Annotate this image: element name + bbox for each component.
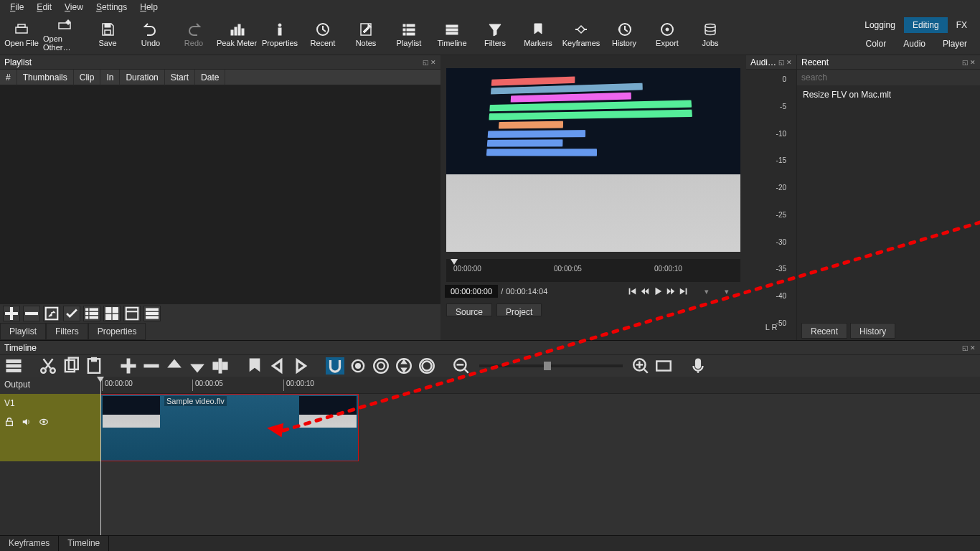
dropdown-icon[interactable]: ▾: [725, 287, 729, 296]
properties-button[interactable]: Properties: [258, 14, 301, 55]
layout-tab-color[interactable]: Color: [857, 36, 895, 52]
export-button[interactable]: Export: [646, 14, 689, 55]
menu-settings[interactable]: Settings: [90, 2, 133, 12]
prev-marker-icon[interactable]: [268, 357, 287, 375]
split-icon[interactable]: [211, 357, 230, 375]
playlist-col-duration[interactable]: Duration: [120, 70, 164, 85]
preview-playhead-icon[interactable]: [451, 259, 458, 265]
paste-icon[interactable]: [85, 357, 103, 375]
recent-search-input[interactable]: [797, 70, 980, 85]
history-button[interactable]: History: [603, 14, 646, 55]
ripple-all-icon[interactable]: [395, 357, 413, 375]
keyframes-tab[interactable]: Keyframes: [0, 536, 59, 551]
append-icon[interactable]: [119, 357, 138, 375]
menu-view[interactable]: View: [59, 2, 89, 12]
timeline-playhead[interactable]: [100, 377, 101, 535]
close-icon[interactable]: ✕: [970, 55, 976, 70]
hide-icon[interactable]: [39, 417, 49, 427]
copy-icon[interactable]: [62, 357, 80, 375]
remove-icon[interactable]: [142, 357, 161, 375]
lock-icon[interactable]: [4, 417, 14, 427]
recent-button[interactable]: Recent: [301, 14, 344, 55]
notes-button[interactable]: Notes: [344, 14, 387, 55]
close-icon[interactable]: ✕: [970, 341, 976, 355]
playlist-tb-button[interactable]: Playlist: [387, 14, 430, 55]
layout-tab-logging[interactable]: Logging: [856, 17, 904, 33]
pl-tab-filters[interactable]: Filters: [46, 323, 88, 340]
grid-icon[interactable]: [712, 286, 722, 296]
lift-icon[interactable]: [165, 357, 184, 375]
redo-button[interactable]: Redo: [172, 14, 215, 55]
close-icon[interactable]: ✕: [786, 55, 792, 70]
playlist-col-num[interactable]: #: [0, 70, 17, 85]
peak-meter-button[interactable]: Peak Meter: [215, 14, 258, 55]
recent-item[interactable]: Resize FLV on Mac.mlt: [797, 85, 980, 104]
track-header-v1[interactable]: V1: [0, 394, 100, 461]
recent-tab[interactable]: Recent: [801, 323, 847, 339]
layout-tab-fx[interactable]: FX: [948, 17, 976, 33]
check-button[interactable]: [63, 306, 80, 321]
mute-icon[interactable]: [22, 417, 32, 427]
menu-edit[interactable]: Edit: [31, 2, 57, 12]
view-compact-icon[interactable]: [143, 306, 161, 321]
layout-tab-editing[interactable]: Editing: [904, 17, 948, 33]
dropdown-icon[interactable]: ▾: [705, 287, 709, 296]
undo-button[interactable]: Undo: [129, 14, 172, 55]
update-button[interactable]: [43, 306, 60, 321]
save-button[interactable]: Save: [86, 14, 129, 55]
playlist-col-thumbnails[interactable]: Thumbnails: [17, 70, 74, 85]
zoom-out-icon[interactable]: [452, 357, 471, 375]
undock-icon[interactable]: ◱: [778, 55, 785, 70]
undock-icon[interactable]: ◱: [962, 55, 969, 70]
output-header[interactable]: Output: [0, 377, 100, 394]
timeline-tab[interactable]: Timeline: [59, 536, 109, 551]
playlist-col-date[interactable]: Date: [195, 70, 225, 85]
close-icon[interactable]: ✕: [430, 55, 436, 70]
playlist-body[interactable]: [0, 85, 440, 304]
fast-forward-icon[interactable]: [666, 286, 676, 296]
volume-icon[interactable]: [732, 286, 742, 296]
menu-icon[interactable]: [4, 357, 23, 375]
zoom-fit-icon[interactable]: [654, 357, 673, 375]
open-other-button[interactable]: Open Other…: [43, 14, 86, 55]
zoom-in-icon[interactable]: [631, 357, 650, 375]
timeline-clip[interactable]: Sample video.flv: [100, 394, 359, 461]
remove-button[interactable]: [23, 306, 40, 321]
undock-icon[interactable]: ◱: [962, 341, 969, 355]
marker-icon[interactable]: [245, 357, 264, 375]
current-time[interactable]: 00:00:00:00: [445, 285, 498, 298]
keyframes-button[interactable]: Keyframes: [560, 14, 603, 55]
open-file-button[interactable]: Open File: [0, 14, 43, 55]
project-tab[interactable]: Project: [496, 303, 542, 316]
undock-icon[interactable]: ◱: [423, 55, 429, 70]
timeline-tracks[interactable]: 00:00:00 00:00:05 00:00:10 Sample video.…: [100, 377, 980, 535]
jobs-button[interactable]: Jobs: [689, 14, 732, 55]
play-icon[interactable]: [653, 286, 663, 296]
source-tab[interactable]: Source: [446, 303, 492, 316]
skip-start-icon[interactable]: [627, 286, 637, 296]
add-button[interactable]: [3, 306, 20, 321]
cut-icon[interactable]: [39, 357, 57, 375]
timeline-ruler[interactable]: 00:00:00 00:00:05 00:00:10: [100, 377, 980, 394]
zoom-slider[interactable]: [479, 364, 623, 367]
playlist-col-in[interactable]: In: [100, 70, 120, 85]
view-list-icon[interactable]: [83, 306, 100, 321]
pl-tab-playlist[interactable]: Playlist: [0, 323, 46, 340]
snap-icon[interactable]: [326, 357, 344, 375]
playlist-col-clip[interactable]: Clip: [74, 70, 101, 85]
overwrite-icon[interactable]: [188, 357, 207, 375]
ripple-icon[interactable]: [372, 357, 390, 375]
menu-help[interactable]: Help: [134, 2, 164, 12]
skip-end-icon[interactable]: [679, 286, 689, 296]
markers-button[interactable]: Markers: [517, 14, 560, 55]
layout-tab-player[interactable]: Player: [934, 36, 976, 52]
timeline-tb-button[interactable]: Timeline: [430, 14, 473, 55]
filters-button[interactable]: Filters: [473, 14, 517, 55]
scrub-icon[interactable]: [349, 357, 367, 375]
zoom-fit-icon[interactable]: [692, 286, 702, 296]
playlist-col-start[interactable]: Start: [165, 70, 195, 85]
menu-file[interactable]: File: [4, 2, 29, 12]
layout-tab-audio[interactable]: Audio: [895, 36, 934, 52]
preview-ruler[interactable]: 00:00:00 00:00:05 00:00:10: [446, 259, 740, 282]
view-details-icon[interactable]: [123, 306, 141, 321]
